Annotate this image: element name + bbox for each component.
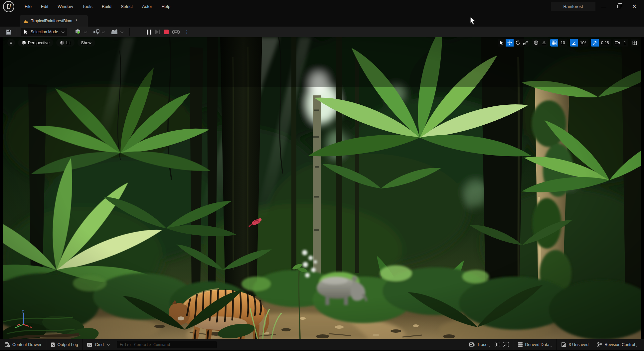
move-tool-button[interactable] — [506, 39, 514, 47]
expand-grip — [635, 346, 637, 347]
terminal-icon — [87, 342, 92, 347]
perspective-cube-icon — [22, 41, 26, 45]
camera-speed-button[interactable] — [613, 39, 621, 47]
derived-data-label: Derived Data — [525, 342, 550, 347]
axis-gizmo: z -Y x — [12, 309, 39, 330]
revision-control-label: Revision Control — [604, 342, 635, 347]
expand-grip — [550, 346, 552, 347]
rotation-snap-value[interactable]: 10° — [578, 41, 588, 45]
rotate-tool-button[interactable] — [514, 39, 522, 47]
menu-actor[interactable]: Actor — [138, 3, 156, 10]
trace-label: Trace — [477, 342, 488, 347]
lit-label: Lit — [66, 41, 71, 45]
window-controls: — ✕ — [597, 0, 641, 13]
menu-window[interactable]: Window — [54, 3, 77, 10]
asset-tab-row: TropicalRainforestBiom...* — [0, 13, 644, 27]
insights-pause-icon[interactable] — [495, 342, 500, 347]
gamepad-icon[interactable] — [172, 29, 180, 35]
bottom-edge — [0, 350, 644, 351]
lit-dropdown[interactable]: Lit — [56, 39, 74, 47]
camera-icon — [615, 41, 620, 45]
menu-tools[interactable]: Tools — [79, 3, 96, 10]
level-tab[interactable]: TropicalRainforestBiom...* — [20, 15, 88, 27]
cinematics-dropdown[interactable] — [109, 28, 124, 36]
surface-snapping-button[interactable] — [540, 39, 548, 47]
statusbar-right: Trace Derived Data 3 Unsaved — [465, 339, 642, 350]
tab-label: TropicalRainforestBiom...* — [31, 19, 77, 23]
play-controls: ⋮ — [147, 29, 189, 35]
unreal-logo-icon[interactable]: U — [3, 1, 14, 12]
selection-mode-dropdown[interactable]: Selection Mode — [21, 28, 67, 36]
add-actor-dropdown[interactable] — [73, 28, 88, 36]
revision-control-icon — [597, 342, 602, 347]
content-drawer-button[interactable]: Content Drawer — [0, 339, 46, 350]
unsaved-label: 3 Unsaved — [569, 342, 589, 347]
main-toolbar: Selection Mode — [0, 27, 644, 37]
project-name-badge: Rainforest — [551, 2, 595, 11]
toolbar-separator — [129, 28, 130, 36]
pause-button[interactable] — [147, 30, 151, 35]
gizmo-z-label: z — [22, 309, 24, 313]
output-log-button[interactable]: Output Log — [46, 339, 82, 350]
output-log-icon — [51, 342, 55, 347]
scale-snap-value[interactable]: 0.25 — [599, 41, 611, 45]
close-button[interactable]: ✕ — [628, 1, 641, 11]
viewport-toolbar-left: ≡ Perspective Lit Show — [7, 39, 95, 47]
chevron-down-icon — [102, 30, 105, 33]
select-tool-button[interactable] — [498, 39, 506, 47]
menu-file[interactable]: File — [21, 3, 35, 10]
select-arrow-icon — [500, 41, 504, 45]
viewport-scene[interactable] — [3, 37, 641, 339]
toolbar-separator — [70, 28, 70, 36]
step-forward-button[interactable] — [155, 29, 161, 35]
menu-edit[interactable]: Edit — [37, 3, 52, 10]
chevron-down-icon — [84, 30, 87, 33]
globe-icon — [534, 40, 539, 45]
insights-snapshot-icon[interactable] — [503, 342, 509, 347]
derived-data-button[interactable]: Derived Data — [513, 339, 557, 350]
unsaved-save-icon — [561, 342, 566, 347]
show-dropdown[interactable]: Show — [78, 39, 95, 47]
perspective-dropdown[interactable]: Perspective — [18, 39, 53, 47]
revision-control-button[interactable]: Revision Control — [593, 339, 642, 350]
add-cube-icon — [75, 29, 82, 35]
scale-tool-button[interactable] — [522, 39, 530, 47]
unsaved-button[interactable]: 3 Unsaved — [557, 339, 593, 350]
chevron-down-icon — [120, 30, 123, 33]
camera-speed-value[interactable]: 1 — [621, 41, 628, 45]
scale-snap-icon — [592, 41, 597, 45]
main-menu: File Edit Window Tools Build Select Acto… — [20, 3, 175, 10]
minimize-button[interactable]: — — [597, 1, 610, 11]
scale-snap-toggle[interactable] — [591, 39, 599, 47]
trace-button[interactable]: Trace — [465, 339, 492, 350]
world-coordinate-button[interactable] — [532, 39, 540, 47]
grid-snap-value[interactable]: 10 — [558, 41, 567, 45]
move-icon — [507, 40, 512, 45]
stop-button[interactable] — [164, 30, 169, 34]
blueprints-dropdown[interactable] — [91, 28, 106, 36]
lit-sphere-icon — [60, 41, 64, 45]
menu-help[interactable]: Help — [158, 3, 174, 10]
maximize-viewport-button[interactable] — [631, 39, 639, 47]
more-options-icon[interactable]: ⋮ — [185, 29, 189, 35]
save-icon — [6, 29, 11, 35]
menu-select[interactable]: Select — [117, 3, 136, 10]
save-button[interactable] — [4, 28, 13, 36]
rotation-snap-toggle[interactable] — [570, 39, 578, 47]
restore-button[interactable] — [613, 1, 625, 11]
cmd-dropdown[interactable]: Cmd — [82, 339, 113, 350]
cursor-icon — [24, 30, 28, 35]
viewport-menu-button[interactable]: ≡ — [7, 39, 15, 47]
gizmo-y-label: -Y — [17, 323, 21, 327]
rotate-icon — [515, 40, 520, 45]
console-command-input[interactable] — [117, 341, 217, 348]
surface-snap-icon — [542, 40, 547, 45]
content-drawer-label: Content Drawer — [12, 342, 42, 347]
level-viewport[interactable]: ≡ Perspective Lit Show — [0, 37, 644, 339]
menu-build[interactable]: Build — [98, 3, 115, 10]
derived-data-icon — [518, 342, 523, 347]
expand-grip — [488, 346, 490, 347]
scale-icon — [523, 41, 528, 45]
viewport-toolbar-right: 10 10° 0.25 1 — [498, 39, 639, 47]
grid-snap-toggle[interactable] — [550, 39, 558, 47]
